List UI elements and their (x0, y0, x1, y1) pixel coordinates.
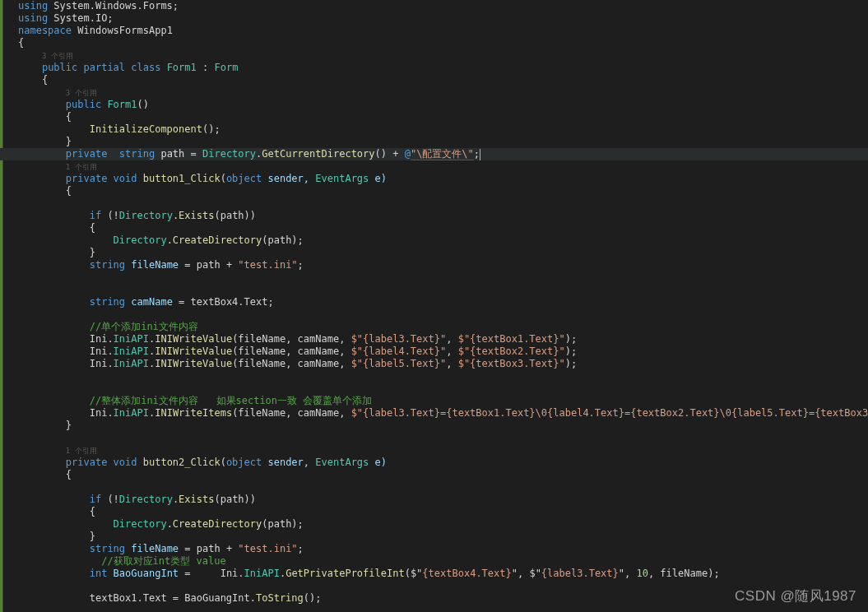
code-line: } (18, 531, 868, 543)
code-line: Directory.CreateDirectory(path); (18, 518, 868, 531)
code-line: { (18, 74, 868, 86)
codelens-hint: 3 个引用 (18, 86, 868, 99)
code-line: { (18, 37, 868, 49)
code-line: } (18, 420, 868, 432)
code-line: public Form1() (18, 99, 868, 111)
code-line-active: private string path = Directory.GetCurre… (0, 148, 868, 160)
code-line (18, 382, 868, 395)
code-line: string fileName = path + "test.ini"; (18, 543, 868, 555)
code-line (18, 432, 868, 444)
code-line (18, 271, 868, 284)
code-line (18, 197, 868, 210)
code-line: { (18, 469, 868, 481)
code-line: //获取对应int类型 value (18, 555, 868, 568)
code-line: } (18, 136, 868, 148)
codelens-hint: 1 个引用 (18, 160, 868, 173)
code-line: using System.Windows.Forms; (18, 0, 868, 12)
code-line: using System.IO; (18, 12, 868, 25)
code-line: string fileName = path + "test.ini"; (18, 259, 868, 271)
code-line: Ini.IniAPI.INIWriteValue(fileName, camNa… (18, 358, 868, 370)
code-line: //单个添加ini文件内容 (18, 321, 868, 333)
codelens-hint: 3 个引用 (18, 49, 868, 62)
code-line (18, 308, 868, 321)
code-line: { (18, 185, 868, 197)
code-line: { (18, 111, 868, 123)
code-line: InitializeComponent(); (18, 123, 868, 136)
code-line: } (18, 247, 868, 259)
code-line: //整体添加ini文件内容 如果section一致 会覆盖单个添加 (18, 395, 868, 407)
code-line (18, 481, 868, 494)
code-line: Ini.IniAPI.INIWriteValue(fileName, camNa… (18, 345, 868, 358)
code-line: string camName = textBox4.Text; (18, 296, 868, 308)
code-line: if (!Directory.Exists(path)) (18, 210, 868, 222)
text-caret (480, 149, 480, 160)
code-line: namespace WindowsFormsApp1 (18, 25, 868, 37)
code-line: Directory.CreateDirectory(path); (18, 234, 868, 247)
codelens-hint: 1 个引用 (18, 444, 868, 457)
code-line (18, 370, 868, 382)
code-line: Ini.IniAPI.INIWriteValue(fileName, camNa… (18, 333, 868, 345)
code-line: public partial class Form1 : Form (18, 62, 868, 74)
code-line: { (18, 222, 868, 234)
code-editor[interactable]: using System.Windows.Forms; using System… (0, 0, 868, 612)
code-line: int BaoGuangInt = Ini.IniAPI.GetPrivateP… (18, 568, 868, 580)
code-line: if (!Directory.Exists(path)) (18, 494, 868, 506)
code-line: Ini.IniAPI.INIWriteItems(fileName, camNa… (18, 407, 868, 420)
code-line: private void button2_Click(object sender… (18, 457, 868, 469)
gutter (0, 0, 18, 612)
code-line (18, 284, 868, 296)
code-line: { (18, 506, 868, 518)
code-line: private void button1_Click(object sender… (18, 173, 868, 185)
code-area[interactable]: using System.Windows.Forms; using System… (18, 0, 868, 612)
code-line (18, 605, 868, 612)
watermark: CSDN @随风1987 (735, 586, 856, 605)
